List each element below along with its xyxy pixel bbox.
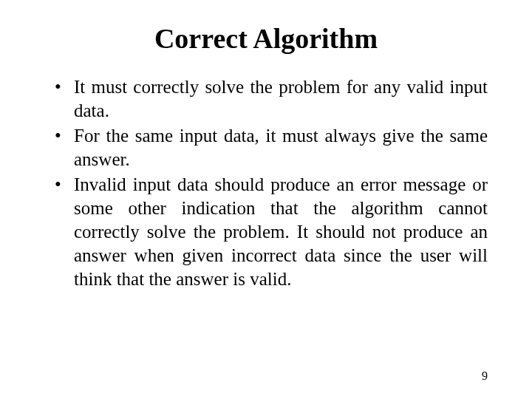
list-item: Invalid input data should produce an err… bbox=[52, 173, 488, 291]
slide-title: Correct Algorithm bbox=[44, 22, 488, 55]
bullet-list: It must correctly solve the problem for … bbox=[44, 75, 488, 291]
list-item: For the same input data, it must always … bbox=[52, 124, 488, 171]
page-number: 9 bbox=[482, 369, 488, 383]
list-item: It must correctly solve the problem for … bbox=[52, 75, 488, 123]
